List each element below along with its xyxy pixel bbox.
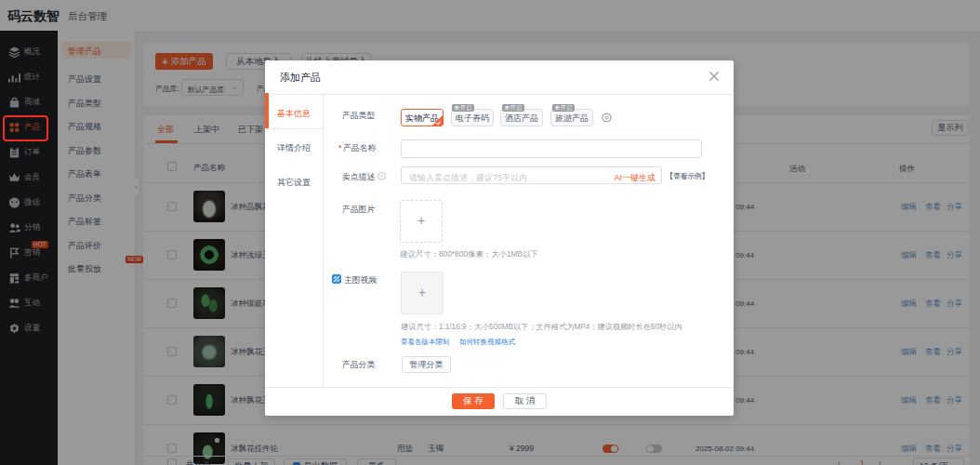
svg-text:?: ? bbox=[380, 174, 384, 179]
